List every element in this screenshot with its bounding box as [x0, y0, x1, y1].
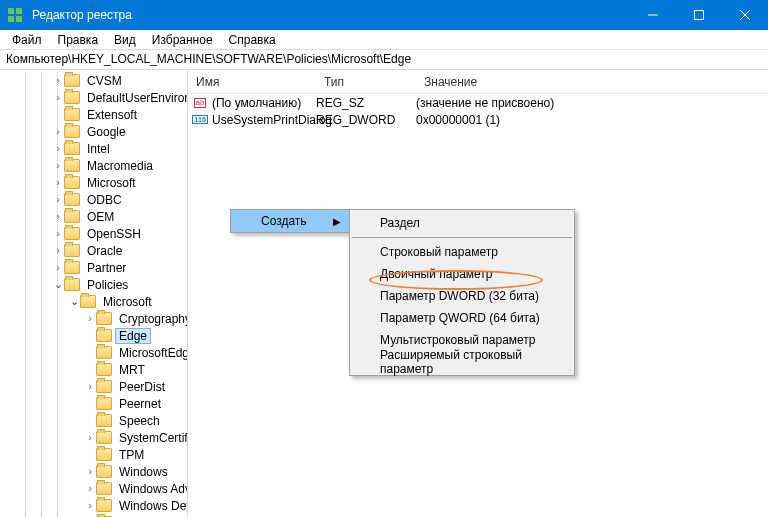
- tree-item-label: Google: [84, 125, 129, 139]
- tree-item[interactable]: ›Intel: [0, 140, 188, 157]
- tree-item[interactable]: ›Oracle: [0, 242, 188, 259]
- tree-item[interactable]: ›SystemCertificates: [0, 429, 188, 446]
- tree-item[interactable]: ›Windows Advanced: [0, 480, 188, 497]
- folder-icon: [96, 482, 112, 495]
- folder-icon: [96, 431, 112, 444]
- col-name[interactable]: Имя: [188, 71, 316, 93]
- tree-item[interactable]: ›OpenSSH: [0, 225, 188, 242]
- minimize-button[interactable]: [630, 0, 676, 30]
- chevron-right-icon[interactable]: ›: [52, 160, 64, 171]
- folder-icon: [96, 363, 112, 376]
- chevron-right-icon[interactable]: ›: [52, 177, 64, 188]
- tree-item[interactable]: ›DefaultUserEnvironment: [0, 89, 188, 106]
- window-title: Редактор реестра: [30, 8, 630, 22]
- tree-item[interactable]: ›Google: [0, 123, 188, 140]
- tree-item[interactable]: Speech: [0, 412, 188, 429]
- chevron-right-icon[interactable]: ›: [52, 75, 64, 86]
- folder-icon: [64, 74, 80, 87]
- col-type[interactable]: Тип: [316, 71, 416, 93]
- chevron-right-icon[interactable]: ›: [52, 92, 64, 103]
- tree-item[interactable]: Extensoft: [0, 106, 188, 123]
- tree-item[interactable]: ›Windows Defender: [0, 497, 188, 514]
- chevron-right-icon: ▶: [333, 216, 341, 227]
- list-row[interactable]: 110UseSystemPrintDialogREG_DWORD0x000000…: [188, 111, 768, 128]
- folder-icon: [96, 465, 112, 478]
- tree-item[interactable]: Edge: [0, 327, 188, 344]
- chevron-right-icon[interactable]: ›: [52, 126, 64, 137]
- tree-item[interactable]: MicrosoftEdge: [0, 344, 188, 361]
- tree-item-label: Windows Defender: [116, 499, 188, 513]
- context-item-qword[interactable]: Параметр QWORD (64 бита): [350, 307, 574, 329]
- tree-item[interactable]: Peernet: [0, 395, 188, 412]
- menu-view[interactable]: Вид: [106, 31, 144, 49]
- tree-item[interactable]: ›ODBC: [0, 191, 188, 208]
- chevron-right-icon[interactable]: ›: [52, 194, 64, 205]
- chevron-right-icon[interactable]: ›: [52, 211, 64, 222]
- tree-item[interactable]: ⌄Policies: [0, 276, 188, 293]
- tree-item-label: Microsoft: [100, 295, 155, 309]
- context-item-binary[interactable]: Двоичный параметр: [350, 263, 574, 285]
- folder-icon: [96, 329, 112, 342]
- menu-help[interactable]: Справка: [221, 31, 284, 49]
- chevron-right-icon[interactable]: ›: [84, 381, 96, 392]
- folder-icon: [64, 278, 80, 291]
- chevron-right-icon[interactable]: ›: [84, 500, 96, 511]
- context-item-expandstring[interactable]: Расширяемый строковый параметр: [350, 351, 574, 373]
- titlebar[interactable]: Редактор реестра: [0, 0, 768, 30]
- close-button[interactable]: [722, 0, 768, 30]
- menu-edit[interactable]: Правка: [50, 31, 107, 49]
- value-name: UseSystemPrintDialog: [212, 113, 316, 127]
- chevron-right-icon[interactable]: ›: [52, 228, 64, 239]
- chevron-down-icon[interactable]: ⌄: [68, 296, 80, 307]
- chevron-down-icon[interactable]: ⌄: [52, 279, 64, 290]
- tree-item[interactable]: ›Windows: [0, 463, 188, 480]
- chevron-right-icon[interactable]: ›: [84, 483, 96, 494]
- folder-icon: [96, 346, 112, 359]
- menu-file[interactable]: Файл: [4, 31, 50, 49]
- tree-item-label: Oracle: [84, 244, 125, 258]
- address-bar[interactable]: Компьютер\HKEY_LOCAL_MACHINE\SOFTWARE\Po…: [0, 50, 768, 70]
- folder-icon: [64, 261, 80, 274]
- string-value-icon: ab: [192, 95, 208, 111]
- context-item-label: Строковый параметр: [380, 245, 498, 259]
- col-value[interactable]: Значение: [416, 71, 768, 93]
- values-panel[interactable]: Имя Тип Значение ab(По умолчанию)REG_SZ(…: [188, 70, 768, 517]
- svg-rect-0: [8, 8, 14, 14]
- tree-item[interactable]: ›Partner: [0, 259, 188, 276]
- folder-icon: [64, 108, 80, 121]
- tree-item-label: ODBC: [84, 193, 125, 207]
- tree-item[interactable]: ›OEM: [0, 208, 188, 225]
- context-item-create[interactable]: Создать ▶: [231, 210, 349, 232]
- dword-value-icon: 110: [192, 112, 208, 128]
- tree-item-label: OEM: [84, 210, 117, 224]
- tree-item[interactable]: ›Macromedia: [0, 157, 188, 174]
- tree-item[interactable]: ›Microsoft: [0, 174, 188, 191]
- folder-icon: [64, 125, 80, 138]
- tree-item[interactable]: ⌄Microsoft: [0, 293, 188, 310]
- folder-icon: [96, 448, 112, 461]
- context-item-dword[interactable]: Параметр DWORD (32 бита): [350, 285, 574, 307]
- context-item-key[interactable]: Раздел: [350, 212, 574, 234]
- list-row[interactable]: ab(По умолчанию)REG_SZ(значение не присв…: [188, 94, 768, 111]
- chevron-right-icon[interactable]: ›: [84, 313, 96, 324]
- list-header[interactable]: Имя Тип Значение: [188, 70, 768, 94]
- value-data: (значение не присвоено): [416, 96, 554, 110]
- chevron-right-icon[interactable]: ›: [84, 432, 96, 443]
- chevron-right-icon[interactable]: ›: [52, 245, 64, 256]
- folder-icon: [96, 397, 112, 410]
- context-item-string[interactable]: Строковый параметр: [350, 241, 574, 263]
- chevron-right-icon[interactable]: ›: [84, 466, 96, 477]
- tree-item[interactable]: ›Cryptography: [0, 310, 188, 327]
- tree-item[interactable]: TPM: [0, 446, 188, 463]
- chevron-right-icon[interactable]: ›: [52, 143, 64, 154]
- menu-favorites[interactable]: Избранное: [144, 31, 221, 49]
- chevron-right-icon[interactable]: ›: [52, 262, 64, 273]
- context-item-label: Расширяемый строковый параметр: [380, 348, 552, 376]
- tree-item[interactable]: ›PeerDist: [0, 378, 188, 395]
- menubar: Файл Правка Вид Избранное Справка: [0, 30, 768, 50]
- maximize-button[interactable]: [676, 0, 722, 30]
- tree-item[interactable]: ›CVSM: [0, 72, 188, 89]
- tree-item[interactable]: MRT: [0, 361, 188, 378]
- tree-panel[interactable]: ›CVSM›DefaultUserEnvironmentExtensoft›Go…: [0, 70, 188, 517]
- folder-icon: [96, 414, 112, 427]
